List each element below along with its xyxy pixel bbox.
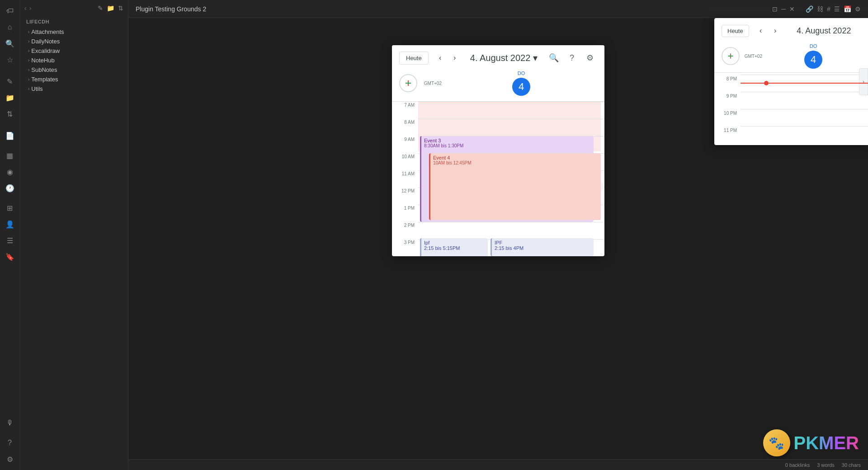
cal-body[interactable]: 7 AM 8 AM 9 AM 10 AM [392,101,604,256]
sidebar-item-subnotes[interactable]: › SubNotes [22,65,126,75]
mini-day-number[interactable]: 4 [804,51,822,69]
graph-icon[interactable]: ◉ [3,164,17,179]
time-label: 7 AM [392,102,418,108]
mini-time-row-10pm: 10 PM [714,109,868,126]
sidebar-top-bar: ‹ › ✎ 📁 ⇅ [20,0,128,16]
gear-icon[interactable]: ⚙ [3,452,17,466]
sidebar-item-utils[interactable]: › Utils [22,84,126,94]
sidebar-item-templates[interactable]: › Templates [22,75,126,84]
settings-icon[interactable]: ⚙ [855,5,861,13]
sidebar-items: › Attachments › DailyNotes › Excalidraw … [20,26,128,470]
mini-time-label: 11 PM [714,126,741,143]
hash-icon[interactable]: # [827,5,830,13]
sidebar-item-attachments[interactable]: › Attachments [22,27,126,37]
cal-settings-icon[interactable]: ⚙ [583,51,597,65]
pkmer-text: PKMER [794,433,859,453]
back-arrow[interactable]: ‹ [24,5,27,12]
home-icon[interactable]: ⌂ [3,20,17,34]
sidebar-item-excalidraw[interactable]: › Excalidraw [22,46,126,56]
file-icon[interactable]: 📄 [3,128,17,143]
chevron-icon: › [28,86,29,91]
mic-icon[interactable]: 🎙 [3,416,17,430]
cal-nav: ‹ › [434,52,461,64]
pkmer-logo: PKMER [763,429,859,456]
cal-help-icon[interactable]: ? [565,51,579,65]
edit-icon[interactable]: ✎ [3,74,17,89]
unlink-icon[interactable]: ⛓ [817,5,823,13]
pages-icon[interactable]: ⊞ [3,201,17,215]
event-title: Event 3 [424,138,591,143]
mini-time-cell[interactable] [741,109,868,126]
mini-time-row-9pm: 9 PM [714,92,868,109]
mini-cal-heute-button[interactable]: Heute [722,25,749,37]
event-title: IPF [495,240,591,245]
list-icon[interactable]: ☰ [834,5,840,13]
stack-icon[interactable]: ☰ [3,233,17,248]
mini-collapse-button[interactable]: › [859,68,868,95]
event-4[interactable]: Event 4 10AM bis 12:45PM [429,153,601,220]
mini-time-cell[interactable] [741,126,868,143]
tag-icon[interactable]: 🏷 [3,4,17,18]
words-status[interactable]: 3 words [817,462,835,468]
sort-icon[interactable]: ⇅ [3,107,17,121]
time-label: 10 AM [392,153,418,159]
table-icon[interactable]: ▦ [3,148,17,163]
minimize-icon[interactable]: ─ [781,5,786,13]
calendar-widget: Heute ‹ › 4. August 2022 ▾ 🔍 ? ⚙ [392,45,604,256]
sidebar-item-dailynotes[interactable]: › DailyNotes [22,37,126,46]
cal-add-button[interactable] [399,74,417,92]
mini-cal-title: 4. August 2022 [787,26,861,36]
time-cell[interactable] [418,102,604,119]
mini-time-label: 10 PM [714,109,741,126]
cal-next-button[interactable]: › [448,52,461,64]
clock-icon[interactable]: 🕐 [3,181,17,195]
topbar-icons: ⊡ ─ ✕ 🔗 ⛓ # ☰ 📅 ⚙ [772,5,861,13]
person-icon[interactable]: 👤 [3,217,17,231]
link-icon[interactable]: 🔗 [806,5,813,13]
forward-arrow[interactable]: › [29,5,32,12]
layout-icon[interactable]: ⊡ [772,5,778,13]
ipf-event[interactable]: Ipf 2:15 bis 5:15PM [420,238,488,256]
mini-cal-panel: Heute ‹ › 4. August 2022 GMT+02 DO 4 [714,18,868,145]
mini-cal-nav: ‹ › [755,24,782,37]
time-label: 9 AM [392,136,418,142]
event-time: 10AM bis 12:45PM [433,160,598,165]
close-icon[interactable]: ✕ [789,5,795,13]
cal-search-icon[interactable]: 🔍 [547,51,561,65]
chars-status[interactable]: 30 chars [842,462,861,468]
calendar-icon[interactable]: 📅 [844,5,851,13]
cal-header-icons: 🔍 ? ⚙ [547,51,597,65]
chevron-icon: › [28,39,29,44]
event-title: Event 4 [433,155,598,160]
time-label: 3 PM [392,239,418,245]
main-content: Plugin Testing Grounds 2 ⊡ ─ ✕ 🔗 ⛓ # ☰ 📅… [128,0,868,470]
mini-time-cell[interactable] [741,92,868,109]
search-icon[interactable]: 🔍 [3,36,17,51]
sidebar-item-label: NoteHub [31,57,123,64]
event-time: 8:30AM bis 1:30PM [424,143,591,148]
sidebar-item-notehub[interactable]: › NoteHub [22,56,126,65]
cal-prev-button[interactable]: ‹ [434,52,447,64]
help-icon[interactable]: ? [3,436,17,450]
backlinks-status[interactable]: 0 backlinks [785,462,810,468]
main-topbar: Plugin Testing Grounds 2 ⊡ ─ ✕ 🔗 ⛓ # ☰ 📅… [128,0,868,18]
sidebar-item-label: SubNotes [31,66,123,73]
cal-day-col: DO 4 [445,70,597,96]
time-cell[interactable] [418,119,604,136]
cal-day-number[interactable]: 4 [512,78,530,96]
star-icon[interactable]: ☆ [3,52,17,67]
time-row-8am: 8 AM [392,119,604,136]
bookmark-icon[interactable]: 🔖 [3,249,17,264]
mini-cal-next-button[interactable]: › [769,24,782,37]
page-title: Plugin Testing Grounds 2 [136,5,206,13]
mini-add-button[interactable] [722,47,740,65]
cal-gmt-label: GMT+02 [423,81,445,86]
time-cell[interactable] [418,222,604,239]
new-folder-icon[interactable]: 📁 [107,5,114,12]
cal-heute-button[interactable]: Heute [399,52,429,65]
folder-icon[interactable]: 📁 [3,90,17,105]
mini-cal-prev-button[interactable]: ‹ [755,24,767,37]
new-note-icon[interactable]: ✎ [98,5,103,12]
ipf2-event[interactable]: IPF 2:15 bis 4PM [491,238,594,256]
sort-icon[interactable]: ⇅ [118,5,123,12]
